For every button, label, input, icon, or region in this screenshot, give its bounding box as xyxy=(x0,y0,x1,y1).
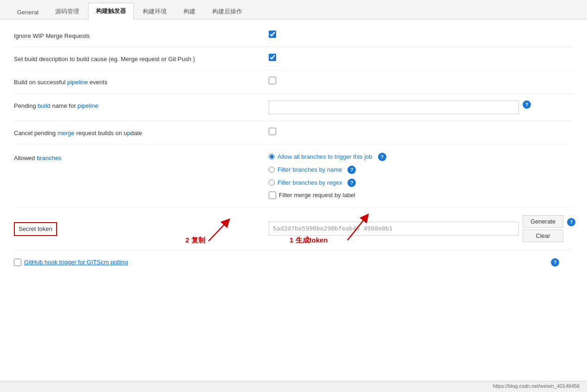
checkbox-filter-label: Filter merge request by label xyxy=(269,192,386,199)
generate-button[interactable]: Generate xyxy=(523,215,563,228)
status-url: https://blog.csdn.net/weixin_40148456 xyxy=(493,383,580,390)
cancel-checkbox[interactable] xyxy=(269,128,276,135)
setting-pending: Pending build name for pipeline ? xyxy=(14,94,573,121)
radio-filter-regex-label[interactable]: Filter branches by regex xyxy=(278,179,342,186)
ignore-wip-control xyxy=(269,31,573,38)
setting-pipeline: Build on successful pipeline events xyxy=(14,70,573,93)
build-desc-checkbox[interactable] xyxy=(269,54,276,61)
secret-token-label: Secret token xyxy=(14,222,57,236)
filter-regex-help-icon[interactable]: ? xyxy=(347,179,356,187)
secret-token-label-wrapper: Secret token xyxy=(14,221,269,236)
radio-group: Allow all branches to trigger this job ?… xyxy=(269,153,386,199)
build-desc-control xyxy=(269,54,573,61)
tab-env[interactable]: 构建环境 xyxy=(135,3,175,19)
github-hook-checkbox[interactable] xyxy=(14,259,21,266)
all-branches-help-icon[interactable]: ? xyxy=(378,153,386,161)
secret-token-control: 5ad2d7be5990be290bfeab45 4998e0b1 Genera… xyxy=(269,215,575,242)
filter-name-help-icon[interactable]: ? xyxy=(347,166,356,174)
setting-cancel: Cancel pending merge request builds on u… xyxy=(14,121,573,144)
filter-label-checkbox[interactable] xyxy=(269,192,276,199)
setting-ignore-wip: Ignore WIP Merge Requests xyxy=(14,24,573,47)
clear-button[interactable]: Clear xyxy=(523,230,563,242)
branches-control: Allow all branches to trigger this job ?… xyxy=(269,153,573,199)
copy-annotation-label: 2 复制 xyxy=(185,236,205,244)
setting-build-desc: Set build description to build cause (eg… xyxy=(14,47,573,70)
filter-label-text: Filter merge request by label xyxy=(279,192,355,199)
tab-post[interactable]: 构建后操作 xyxy=(204,3,250,19)
radio-filter-name-input[interactable] xyxy=(269,167,275,173)
setting-branches: Allowed branches Allow all branches to t… xyxy=(14,144,573,208)
pending-label: Pending build name for pipeline xyxy=(14,100,269,110)
radio-filter-name: Filter branches by name ? xyxy=(269,166,386,174)
cancel-label: Cancel pending merge request builds on u… xyxy=(14,128,269,137)
secret-token-help-icon[interactable]: ? xyxy=(567,218,575,226)
token-buttons: Generate Clear xyxy=(523,215,563,242)
tab-source[interactable]: 源码管理 xyxy=(47,3,87,19)
ignore-wip-checkbox[interactable] xyxy=(269,31,276,38)
ignore-wip-label: Ignore WIP Merge Requests xyxy=(14,31,269,40)
pending-help-icon[interactable]: ? xyxy=(523,100,531,109)
cancel-control xyxy=(269,128,573,135)
github-hook-link[interactable]: GitHub hook trigger for GITScm polling xyxy=(24,259,128,266)
tab-build[interactable]: 构建 xyxy=(176,3,203,19)
pipeline-control xyxy=(269,77,573,84)
radio-filter-name-label[interactable]: Filter branches by name xyxy=(278,166,342,173)
pending-input[interactable] xyxy=(269,100,519,114)
pipeline-checkbox[interactable] xyxy=(269,77,276,84)
radio-all-input[interactable] xyxy=(269,154,275,160)
radio-all-branches: Allow all branches to trigger this job ? xyxy=(269,153,386,161)
radio-all-label[interactable]: Allow all branches to trigger this job xyxy=(278,153,372,160)
github-row: GitHub hook trigger for GITScm polling ? xyxy=(14,250,573,271)
secret-token-input[interactable]: 5ad2d7be5990be290bfeab45 4998e0b1 xyxy=(269,222,519,236)
build-desc-label: Set build description to build cause (eg… xyxy=(14,54,269,63)
radio-filter-regex: Filter branches by regex ? xyxy=(269,179,386,187)
setting-secret-token: Secret token 5ad2d7be5990be290bfeab45 49… xyxy=(14,208,573,250)
pipeline-label: Build on successful pipeline events xyxy=(14,77,269,87)
tab-trigger[interactable]: 构建触发器 xyxy=(88,3,134,19)
tab-bar: General 源码管理 构建触发器 构建环境 构建 构建后操作 xyxy=(0,0,587,19)
main-content: Ignore WIP Merge Requests Set build desc… xyxy=(0,19,587,381)
pending-control: ? xyxy=(269,100,573,114)
branches-label: Allowed branches xyxy=(14,153,269,162)
tab-general[interactable]: General xyxy=(9,5,46,19)
status-bar: https://blog.csdn.net/weixin_40148456 xyxy=(0,381,587,392)
settings-panel: Ignore WIP Merge Requests Set build desc… xyxy=(0,19,587,280)
token-row-content: 5ad2d7be5990be290bfeab45 4998e0b1 Genera… xyxy=(269,215,575,242)
github-hook-help-icon[interactable]: ? xyxy=(551,258,559,267)
radio-filter-regex-input[interactable] xyxy=(269,180,275,186)
